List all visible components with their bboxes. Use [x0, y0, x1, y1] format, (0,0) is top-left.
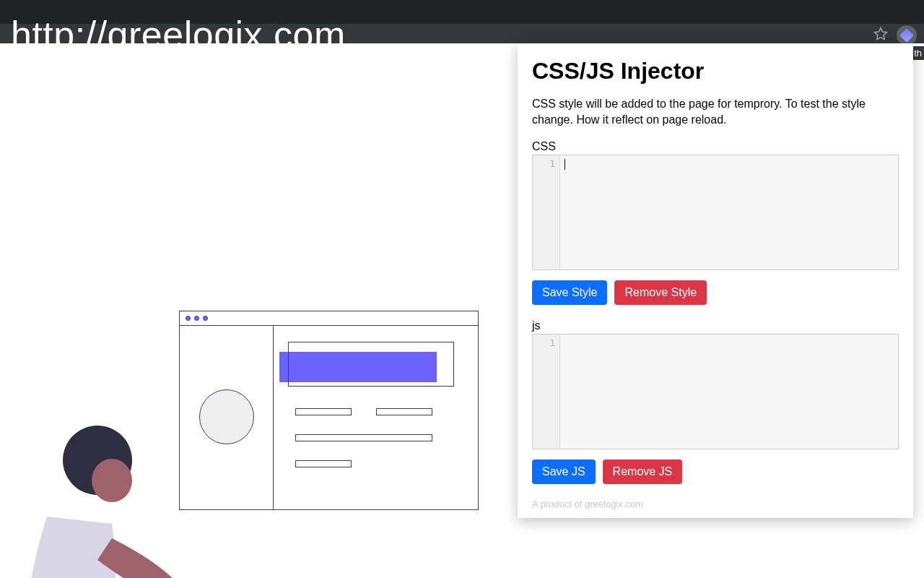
extension-popup: CSS/JS Injector CSS style will be added …	[518, 43, 913, 518]
svg-point-2	[92, 459, 132, 502]
page-corner-fragment: th	[912, 46, 924, 60]
save-js-button[interactable]: Save JS	[532, 460, 596, 484]
illustration-person	[4, 415, 242, 578]
js-gutter: 1	[533, 335, 560, 449]
popup-title: CSS/JS Injector	[532, 58, 899, 85]
save-style-button[interactable]: Save Style	[532, 280, 607, 305]
css-code-area[interactable]	[560, 155, 898, 269]
js-editor[interactable]: 1	[532, 334, 899, 449]
injector-extension-icon[interactable]	[897, 25, 917, 46]
css-editor[interactable]: 1	[532, 155, 899, 270]
js-label: js	[532, 319, 899, 332]
svg-marker-0	[875, 28, 887, 40]
remove-style-button[interactable]: Remove Style	[614, 280, 707, 305]
js-code-area[interactable]	[560, 335, 898, 449]
css-gutter: 1	[533, 155, 560, 269]
popup-credit: A product of greelogix.com	[532, 499, 899, 509]
address-bar-url: http://greelogix.com	[11, 13, 346, 56]
popup-description: CSS style will be added to the page for …	[532, 96, 899, 127]
remove-js-button[interactable]: Remove JS	[603, 460, 683, 484]
css-label: CSS	[532, 140, 899, 153]
star-icon[interactable]	[873, 27, 888, 44]
